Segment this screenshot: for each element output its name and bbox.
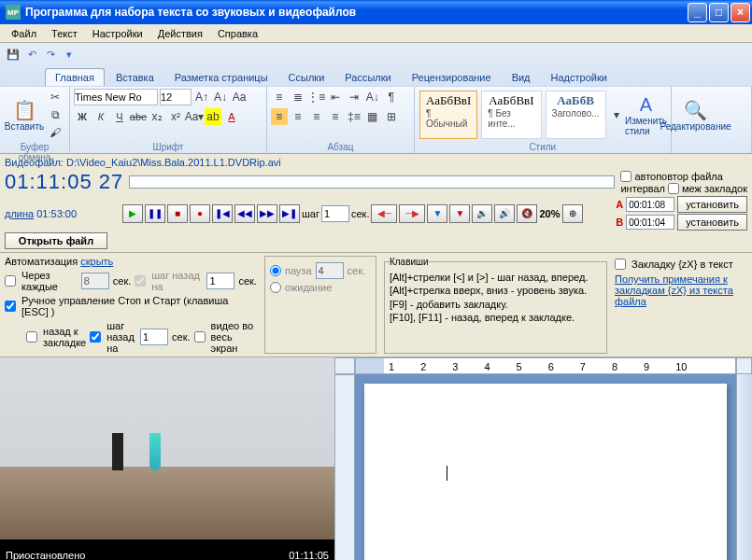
line-spacing-icon[interactable]: ‡≡: [346, 108, 362, 125]
grow-font-icon[interactable]: A↑: [193, 89, 210, 105]
every-input[interactable]: [81, 273, 109, 289]
italic-icon[interactable]: К: [92, 108, 109, 125]
play-button[interactable]: ▶: [122, 204, 143, 223]
sort-icon[interactable]: A↓: [364, 89, 381, 105]
justify-icon[interactable]: ≡: [327, 108, 344, 125]
clear-format-icon[interactable]: Aa: [231, 89, 248, 105]
step-input[interactable]: [321, 205, 349, 222]
tab-links[interactable]: Ссылки: [279, 69, 334, 86]
wait-radio[interactable]: [270, 282, 281, 293]
menu-text[interactable]: Текст: [44, 26, 85, 41]
del-bookmark-button[interactable]: ▼: [449, 204, 470, 223]
marker-a-time[interactable]: [626, 197, 674, 212]
subscript-icon[interactable]: x₂: [149, 108, 165, 125]
document-page[interactable]: [364, 384, 727, 560]
save-icon[interactable]: 💾: [6, 47, 21, 62]
change-styles-button[interactable]: A Изменить стили: [626, 89, 667, 141]
tab-mail[interactable]: Рассылки: [335, 69, 400, 86]
borders-icon[interactable]: ⊞: [383, 108, 400, 125]
show-marks-icon[interactable]: ¶: [383, 89, 400, 105]
horizontal-ruler[interactable]: 12345678910: [355, 357, 736, 374]
hide-automation-link[interactable]: скрыть: [80, 256, 113, 267]
highlight-icon[interactable]: ab: [205, 108, 221, 125]
cut-icon[interactable]: ✂: [47, 89, 64, 105]
format-painter-icon[interactable]: 🖌: [47, 124, 64, 141]
progress-bar[interactable]: [129, 175, 615, 189]
superscript-icon[interactable]: x²: [167, 108, 184, 125]
marker-b-time[interactable]: [626, 215, 674, 230]
tab-layout[interactable]: Разметка страницы: [165, 69, 277, 86]
underline-icon[interactable]: Ч: [111, 108, 128, 125]
multilevel-icon[interactable]: ⋮≡: [308, 89, 325, 105]
tab-insert[interactable]: Вставка: [106, 69, 163, 86]
close-button[interactable]: ×: [731, 3, 750, 22]
video-frame[interactable]: [0, 357, 334, 539]
menu-settings[interactable]: Настройки: [85, 26, 150, 41]
pause-radio[interactable]: [270, 265, 281, 276]
style-normal[interactable]: АаБбВвІ ¶ Обычный: [419, 91, 477, 139]
vertical-scrollbar[interactable]: [736, 374, 752, 560]
bold-icon[interactable]: Ж: [74, 108, 91, 125]
autorepeat-checkbox[interactable]: [620, 171, 631, 182]
styles-more-icon[interactable]: ▾: [609, 106, 624, 123]
font-name-select[interactable]: [74, 89, 158, 105]
menu-file[interactable]: Файл: [4, 26, 44, 41]
get-notes-link[interactable]: Получить примечания к закладкам {zX} из …: [615, 273, 747, 307]
rewind-button[interactable]: ◀◀: [234, 204, 255, 223]
maximize-button[interactable]: □: [709, 3, 729, 22]
vol-up-button[interactable]: 🔊: [494, 204, 515, 223]
record-button[interactable]: ●: [190, 204, 210, 223]
set-b-button[interactable]: установить: [677, 214, 747, 231]
forward-button[interactable]: ▶▶: [257, 204, 277, 223]
redo-icon[interactable]: ↷: [43, 47, 58, 62]
set-a-button[interactable]: установить: [677, 196, 747, 213]
stop-button[interactable]: ■: [167, 204, 188, 223]
style-heading[interactable]: АаБбВ Заголово...: [546, 91, 606, 139]
tab-home[interactable]: Главная: [45, 68, 105, 86]
editing-button[interactable]: 🔍 Редактирование: [675, 89, 717, 141]
next-bookmark-button[interactable]: ─▶: [399, 204, 425, 223]
tab-view[interactable]: Вид: [503, 69, 540, 86]
prev-bookmark-button[interactable]: ◀─: [371, 204, 397, 223]
align-right-icon[interactable]: ≡: [308, 108, 325, 125]
every-checkbox[interactable]: [5, 275, 16, 287]
step-back-checkbox2[interactable]: [90, 331, 101, 343]
step-back-input2[interactable]: [140, 329, 168, 345]
shrink-font-icon[interactable]: A↓: [212, 89, 229, 105]
menu-help[interactable]: Справка: [210, 26, 265, 41]
skip-fwd-button[interactable]: ▶❚: [279, 204, 300, 223]
strike-icon[interactable]: abe: [130, 108, 147, 125]
shading-icon[interactable]: ▦: [364, 108, 381, 125]
manual-checkbox[interactable]: [5, 301, 16, 312]
back-to-bookmark-checkbox[interactable]: [26, 331, 37, 343]
video-fullscreen-checkbox[interactable]: [194, 331, 206, 343]
undo-icon[interactable]: ↶: [24, 47, 39, 62]
open-file-button[interactable]: Открыть файл: [5, 232, 107, 249]
vol-down-button[interactable]: 🔉: [472, 204, 492, 223]
tab-addins[interactable]: Надстройки: [542, 69, 617, 86]
page-area[interactable]: [355, 374, 736, 560]
bullets-icon[interactable]: ≡: [271, 89, 288, 105]
pause-button[interactable]: ❚❚: [145, 204, 165, 223]
skip-back-button[interactable]: ❚◀: [212, 204, 233, 223]
vertical-ruler[interactable]: [334, 374, 355, 560]
mute-button[interactable]: 🔇: [517, 204, 537, 223]
change-case-icon[interactable]: Aa▾: [186, 108, 203, 125]
numbering-icon[interactable]: ≣: [290, 89, 306, 105]
step-back-checkbox[interactable]: [135, 275, 146, 287]
between-bookmarks-checkbox[interactable]: [668, 183, 679, 194]
zoom-button[interactable]: ⊕: [562, 204, 583, 223]
bookmark-to-text-checkbox[interactable]: [615, 259, 626, 270]
indent-dec-icon[interactable]: ⇤: [327, 89, 344, 105]
minimize-button[interactable]: _: [688, 3, 707, 22]
tab-review[interactable]: Рецензирование: [403, 69, 501, 86]
qa-dropdown-icon[interactable]: ▾: [62, 47, 77, 62]
paste-button[interactable]: 📋 Вставить: [4, 89, 45, 141]
font-size-select[interactable]: [160, 89, 192, 105]
copy-icon[interactable]: ⧉: [47, 106, 64, 123]
align-left-icon[interactable]: ≡: [271, 108, 288, 125]
pause-input[interactable]: [316, 262, 344, 279]
menu-actions[interactable]: Действия: [150, 26, 210, 41]
align-center-icon[interactable]: ≡: [290, 108, 306, 125]
add-bookmark-button[interactable]: ▼: [427, 204, 447, 223]
